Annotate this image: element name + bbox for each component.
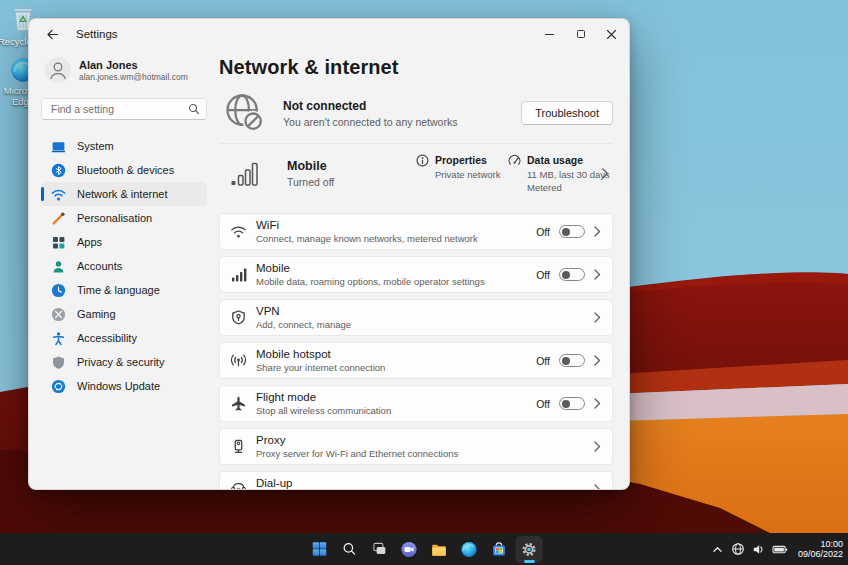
info-icon	[416, 154, 429, 167]
taskbar-clock[interactable]: 10:00 09/06/2022	[795, 539, 843, 560]
connection-status-hero: Not connected You aren't connected to an…	[219, 89, 613, 137]
tray-chevron-up-icon[interactable]	[711, 543, 724, 556]
maximize-button[interactable]	[565, 19, 596, 49]
minimize-icon	[545, 34, 554, 35]
sidebar-item-gaming[interactable]: Gaming	[41, 302, 207, 326]
search-icon	[340, 540, 358, 558]
account-email: alan.jones.wm@hotmail.com	[79, 72, 188, 82]
toggle-knob	[562, 228, 570, 236]
sidebar-item-accessibility[interactable]: Accessibility	[41, 326, 207, 350]
wifi-toggle[interactable]	[559, 225, 585, 238]
store-icon	[490, 540, 509, 559]
time-language-icon	[51, 283, 66, 298]
status-network-state: Turned off	[287, 176, 334, 188]
edge-button[interactable]	[456, 536, 483, 563]
mobile-toggle[interactable]	[559, 268, 585, 281]
task-view-icon	[370, 540, 388, 558]
sidebar-item-network-internet[interactable]: Network & internet	[41, 182, 207, 206]
tray-network-globe-icon[interactable]	[731, 542, 745, 556]
chat-button[interactable]	[396, 536, 423, 563]
data-usage-column: Data usage 11 MB, last 30 days Metered	[508, 154, 610, 193]
desktop: Recycle Bin Microsoft Edge Settings	[0, 0, 848, 565]
gaming-icon	[51, 307, 66, 322]
close-button[interactable]	[596, 19, 627, 49]
tray-battery-icon[interactable]	[772, 543, 788, 556]
sidebar-item-time-language[interactable]: Time & language	[41, 278, 207, 302]
taskbar: 10:00 09/06/2022	[0, 533, 848, 565]
setting-row-wifi[interactable]: WiFi Connect, manage known networks, met…	[219, 213, 613, 250]
minimize-button[interactable]	[534, 19, 565, 49]
setting-row-mobile[interactable]: Mobile Mobile data, roaming options, mob…	[219, 256, 613, 293]
chevron-right-icon	[594, 312, 601, 323]
setting-row-dial-up[interactable]: Dial-up Set up a dial-up internet connec…	[219, 471, 613, 490]
account-name: Alan Jones	[79, 59, 188, 71]
windows-update-icon	[51, 379, 66, 394]
task-view-button[interactable]	[366, 536, 393, 563]
hotspot-toggle-state: Off	[536, 355, 550, 367]
close-icon	[606, 29, 617, 40]
chevron-right-icon	[594, 441, 601, 452]
file-explorer-icon	[430, 540, 449, 559]
settings-list: WiFi Connect, manage known networks, met…	[219, 213, 613, 490]
troubleshoot-button[interactable]: Troubleshoot	[521, 101, 613, 125]
setting-row-flight-mode[interactable]: Flight mode Stop all wireless communicat…	[219, 385, 613, 422]
sidebar-item-system[interactable]: System	[41, 134, 207, 158]
data-usage-gauge-icon	[508, 154, 521, 167]
setting-row-vpn[interactable]: VPN Add, connect, manage	[219, 299, 613, 336]
sidebar-item-accounts[interactable]: Accounts	[41, 254, 207, 278]
chevron-right-icon	[594, 355, 601, 366]
setting-row-mobile-hotspot[interactable]: Mobile hotspot Share your internet conne…	[219, 342, 613, 379]
back-arrow-icon	[45, 27, 60, 42]
flight-mode-toggle[interactable]	[559, 397, 585, 410]
search-input[interactable]	[41, 98, 207, 120]
account-block[interactable]: Alan Jones alan.jones.wm@hotmail.com	[45, 57, 207, 83]
chevron-right-icon	[594, 484, 601, 490]
privacy-shield-icon	[51, 355, 66, 370]
chevron-right-icon	[594, 398, 601, 409]
hotspot-toggle[interactable]	[559, 354, 585, 367]
wifi-icon	[220, 223, 256, 240]
search-box	[41, 98, 207, 120]
edge-icon	[460, 540, 479, 559]
connection-status-subtitle: You aren't connected to any networks	[283, 116, 457, 128]
chevron-right-icon	[594, 226, 601, 237]
sidebar-item-personalisation[interactable]: Personalisation	[41, 206, 207, 230]
setting-row-proxy[interactable]: Proxy Proxy server for Wi-Fi and Etherne…	[219, 428, 613, 465]
window-title: Settings	[76, 28, 118, 40]
back-button[interactable]	[43, 25, 61, 43]
system-icon	[51, 139, 66, 154]
store-button[interactable]	[486, 536, 513, 563]
settings-taskbar-button[interactable]	[516, 536, 543, 563]
sidebar-item-windows-update[interactable]: Windows Update	[41, 374, 207, 398]
tray-date: 09/06/2022	[798, 549, 843, 560]
search-icon	[188, 103, 200, 115]
dialup-icon	[220, 481, 256, 490]
sidebar-nav: System Bluetooth & devices Network & int…	[41, 134, 207, 398]
mobile-status-row[interactable]: Mobile Turned off Properties Private net…	[219, 144, 613, 202]
network-icon	[51, 187, 66, 202]
bluetooth-icon	[51, 163, 66, 178]
accessibility-icon	[51, 331, 66, 346]
person-icon	[45, 57, 71, 83]
avatar	[45, 57, 71, 83]
hotspot-icon	[220, 352, 256, 369]
sidebar-item-privacy-security[interactable]: Privacy & security	[41, 350, 207, 374]
file-explorer-button[interactable]	[426, 536, 453, 563]
tray-time: 10:00	[798, 539, 843, 550]
taskbar-search-button[interactable]	[336, 536, 363, 563]
airplane-icon	[220, 395, 256, 412]
apps-icon	[51, 235, 66, 250]
tray-speaker-icon[interactable]	[752, 543, 765, 556]
personalisation-icon	[51, 211, 66, 226]
proxy-icon	[220, 438, 256, 455]
status-network-name: Mobile	[287, 159, 334, 173]
sidebar-item-bluetooth-devices[interactable]: Bluetooth & devices	[41, 158, 207, 182]
chat-icon	[400, 540, 419, 559]
toggle-knob	[562, 271, 570, 279]
start-button[interactable]	[306, 536, 333, 563]
active-app-indicator	[524, 560, 535, 563]
maximize-icon	[577, 30, 585, 38]
toggle-knob	[562, 357, 570, 365]
settings-window: Settings Ala	[28, 18, 630, 490]
sidebar-item-apps[interactable]: Apps	[41, 230, 207, 254]
